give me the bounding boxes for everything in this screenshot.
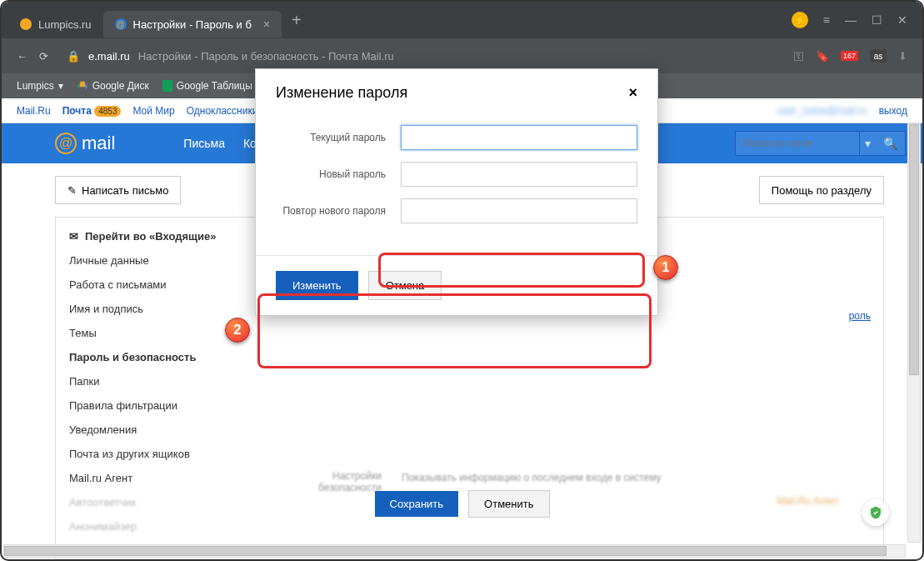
repeat-password-label: Повтор нового пароля xyxy=(276,205,401,217)
modal-title: Изменение пароля xyxy=(276,84,407,102)
bookmark-lumpics[interactable]: Lumpics ▾ xyxy=(17,80,63,92)
notification-badge[interactable]: 167 xyxy=(841,51,858,61)
sidebar-item-inbox[interactable]: ✉Перейти во «Входящие» xyxy=(56,224,261,248)
download-icon[interactable]: ⬇ xyxy=(898,50,907,63)
sidebar-item-notifications[interactable]: Уведомления xyxy=(56,418,261,442)
bookmark-icon[interactable]: 🔖 xyxy=(816,50,829,63)
topbar-mail[interactable]: Почта 4853 xyxy=(62,105,122,117)
scroll-thumb-h[interactable] xyxy=(4,546,887,556)
inbox-arrow-icon: ✉ xyxy=(69,230,78,243)
search-dropdown[interactable]: ▾ xyxy=(860,131,876,156)
key-icon[interactable]: ⚿ xyxy=(793,50,804,63)
menu-icon[interactable]: ≡ xyxy=(823,13,830,27)
maximize-icon[interactable]: ☐ xyxy=(872,13,882,27)
new-tab-button[interactable]: + xyxy=(282,11,312,30)
nav-letters[interactable]: Письма xyxy=(183,137,225,150)
sidebar-item-blurred1[interactable]: Автоответчик xyxy=(56,490,261,514)
bg-info-label: Показывать информацию о последнем входе … xyxy=(402,472,662,483)
edit-icon: ✎ xyxy=(67,184,77,197)
topbar-odnoklassniki[interactable]: Одноклассники xyxy=(187,105,258,117)
url-box[interactable]: 🔒 e.mail.ru Настройки - Пароль и безопас… xyxy=(60,50,782,63)
bookmark-sheets[interactable]: Google Таблицы xyxy=(162,80,252,92)
callout-number-2: 2 xyxy=(225,318,250,343)
bg-settings-label: Настройки безопасности xyxy=(318,470,382,493)
change-password-modal: Изменение пароля × Текущий пароль Новый … xyxy=(255,68,658,316)
current-password-label: Текущий пароль xyxy=(276,132,401,143)
new-password-label: Новый пароль xyxy=(276,168,401,180)
browser-tab-mailru[interactable]: @ Настройки - Пароль и б × xyxy=(103,11,282,38)
help-button[interactable]: Помощь по разделу xyxy=(759,176,884,204)
bg-agent: Mail.Ru Агент xyxy=(777,495,839,507)
lightning-icon[interactable]: ⚡ xyxy=(792,12,808,28)
sidebar-item-name[interactable]: Имя и подпись xyxy=(56,297,261,321)
sidebar-item-folders[interactable]: Папки xyxy=(56,369,261,393)
modal-close-button[interactable]: × xyxy=(628,84,637,102)
sidebar-item-filters[interactable]: Правила фильтрации xyxy=(56,393,261,418)
close-window-icon[interactable]: ✕ xyxy=(897,13,907,27)
search-input[interactable] xyxy=(735,131,860,156)
logo-at-icon: @ xyxy=(55,133,77,154)
settings-sidebar: ✉Перейти во «Входящие» Личные данные Раб… xyxy=(55,217,261,559)
bg-cancel-button[interactable]: Отменить xyxy=(468,490,549,518)
sidebar-item-security[interactable]: Пароль и безопасность xyxy=(56,345,261,369)
sidebar-item-other-mail[interactable]: Почта из других ящиков xyxy=(56,442,261,466)
logout-link[interactable]: выход xyxy=(879,105,907,117)
topbar-moimir[interactable]: Мой Мир xyxy=(132,105,174,117)
mail-search: ▾ 🔍 xyxy=(735,131,906,156)
topbar-mailru[interactable]: Mail.Ru xyxy=(17,105,51,117)
repeat-password-input[interactable] xyxy=(401,198,637,223)
submit-button[interactable]: Изменить xyxy=(276,271,358,300)
tab-label: Настройки - Пароль и б xyxy=(133,18,252,31)
unread-count: 4853 xyxy=(94,106,121,117)
vertical-scrollbar[interactable] xyxy=(907,123,921,543)
compose-button[interactable]: ✎Написать письмо xyxy=(55,176,181,204)
lock-icon: 🔒 xyxy=(67,50,80,63)
callout-number-1: 1 xyxy=(653,255,678,280)
browser-tab-strip: Lumpics.ru @ Настройки - Пароль и б × + … xyxy=(2,2,922,38)
mail-logo[interactable]: @ mail xyxy=(55,133,115,154)
current-password-input[interactable] xyxy=(401,125,637,150)
shield-badge-icon[interactable] xyxy=(862,499,889,526)
bg-password-link: роль xyxy=(849,310,871,322)
chevron-down-icon: ▾ xyxy=(58,80,63,92)
tab-close-icon[interactable]: × xyxy=(263,18,270,31)
cancel-button[interactable]: Отмена xyxy=(368,271,442,300)
tab-favicon-mailru: @ xyxy=(115,18,127,30)
new-password-input[interactable] xyxy=(401,162,637,187)
sheets-icon xyxy=(162,80,172,92)
url-path: Настройки - Пароль и безопасность - Почт… xyxy=(138,50,394,63)
sidebar-item-blurred2[interactable]: Анонимайзер xyxy=(56,514,261,538)
browser-tab-lumpics[interactable]: Lumpics.ru xyxy=(8,11,103,38)
back-button[interactable]: ← xyxy=(17,50,27,63)
reload-button[interactable]: ⟳ xyxy=(39,50,48,63)
minimize-icon[interactable]: — xyxy=(845,13,857,27)
bookmark-gdrive[interactable]: Google Диск xyxy=(77,80,149,92)
bg-button-row: Сохранить Отменить xyxy=(374,490,549,518)
sidebar-item-letters[interactable]: Работа с письмами xyxy=(56,273,261,297)
horizontal-scrollbar[interactable] xyxy=(3,544,906,558)
scroll-thumb-v[interactable] xyxy=(909,124,919,375)
sidebar-item-agent[interactable]: Mail.ru Агент xyxy=(56,466,261,490)
lastfm-icon[interactable]: as xyxy=(870,49,887,63)
bg-save-button[interactable]: Сохранить xyxy=(374,491,458,517)
tab-favicon-lumpics xyxy=(20,18,32,30)
user-email[interactable]: user_name@mail.ru xyxy=(777,105,867,117)
search-button[interactable]: 🔍 xyxy=(876,131,906,156)
sidebar-item-personal[interactable]: Личные данные xyxy=(56,248,261,273)
url-domain: e.mail.ru xyxy=(88,50,130,63)
tab-label: Lumpics.ru xyxy=(38,18,92,31)
